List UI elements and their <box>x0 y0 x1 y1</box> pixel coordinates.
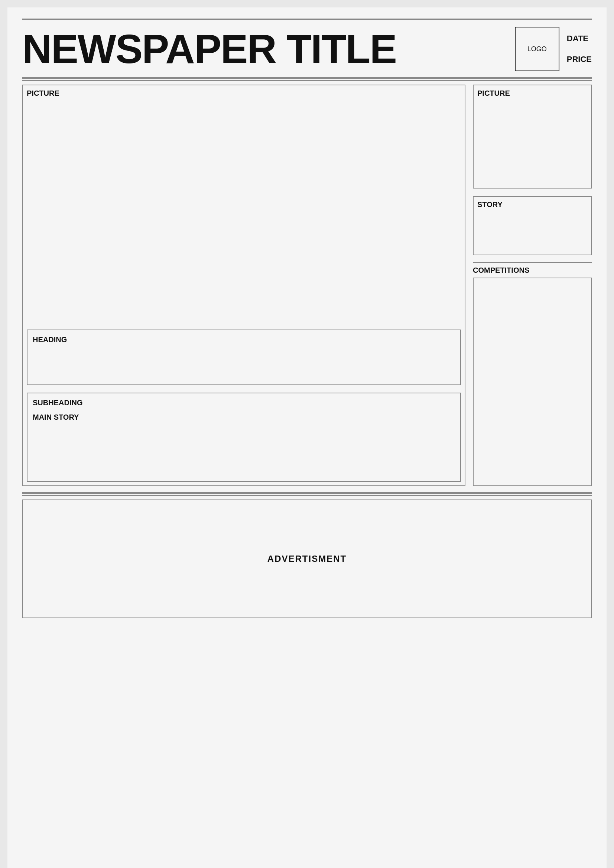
subheading-label: SUBHEADING <box>33 398 455 407</box>
right-column: PICTURE STORY COMPETITIONS <box>473 85 592 486</box>
main-picture-area <box>27 99 461 307</box>
competitions-box <box>473 277 592 486</box>
advertisement-box: ADVERTISMENT <box>22 499 592 618</box>
left-column: PICTURE HEADING SUBHEADING MAIN STORY <box>22 85 465 486</box>
price-label: PRICE <box>567 54 592 64</box>
heading-label: HEADING <box>33 335 455 344</box>
newspaper-title: NEWSPAPER TITLE <box>22 29 396 70</box>
competitions-label: COMPETITIONS <box>473 266 592 274</box>
story-label: STORY <box>477 200 587 209</box>
header-separator <box>22 77 592 81</box>
top-border <box>22 19 592 20</box>
main-picture-label: PICTURE <box>27 89 461 98</box>
advertisement-label: ADVERTISMENT <box>267 554 347 564</box>
logo-box: LOGO <box>515 27 560 71</box>
right-separator <box>473 262 592 263</box>
date-label: DATE <box>567 34 592 43</box>
newspaper-page: NEWSPAPER TITLE LOGO DATE PRICE PICTURE … <box>8 8 606 868</box>
heading-box: HEADING <box>27 330 461 385</box>
content-separator <box>22 492 592 496</box>
right-picture-label: PICTURE <box>477 89 587 98</box>
main-content: PICTURE HEADING SUBHEADING MAIN STORY PI… <box>22 85 592 486</box>
main-story-label: MAIN STORY <box>33 413 455 422</box>
subheading-box: SUBHEADING MAIN STORY <box>27 393 461 482</box>
right-picture-box: PICTURE <box>473 85 592 189</box>
header: NEWSPAPER TITLE LOGO DATE PRICE <box>22 23 592 75</box>
story-box: STORY <box>473 196 592 255</box>
date-price: DATE PRICE <box>567 34 592 64</box>
header-right: LOGO DATE PRICE <box>515 27 592 71</box>
